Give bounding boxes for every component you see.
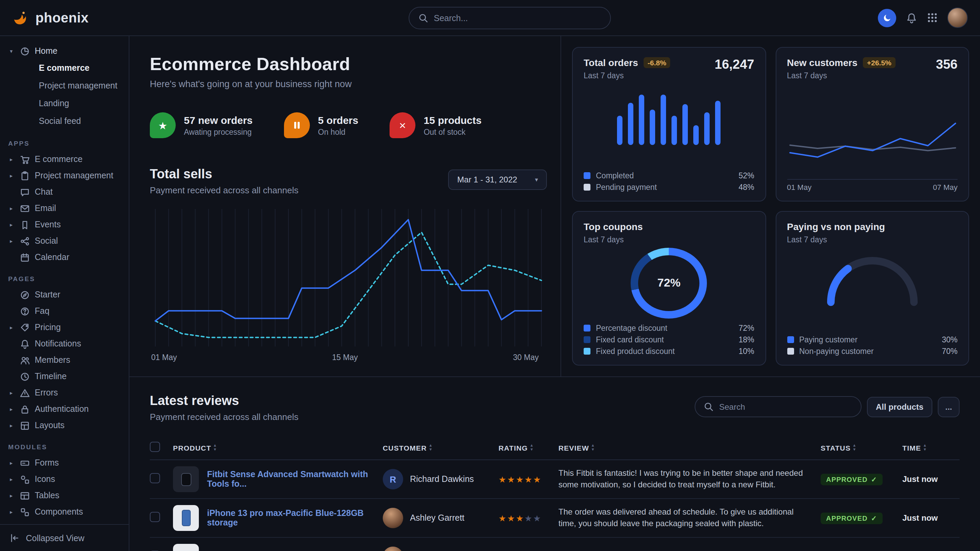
sidebar-item-label: Events	[35, 220, 60, 229]
sidebar-item-ecommerce[interactable]: E commerce	[0, 59, 129, 77]
x-tick: 15 May	[332, 353, 358, 361]
row-checkbox[interactable]	[150, 512, 160, 522]
dashboard-left-pane: Ecommerce Dashboard Here's what's going …	[129, 36, 560, 376]
bell-icon[interactable]	[906, 12, 917, 24]
chevron-down-icon: ▾	[535, 176, 538, 183]
order-bar	[672, 116, 677, 145]
user-avatar[interactable]	[947, 8, 968, 28]
legend-swatch	[584, 172, 590, 179]
sort-icon: ▴▾	[853, 444, 856, 451]
shapes-icon	[19, 474, 30, 484]
card-title: Total orders	[584, 57, 638, 68]
legend-swatch	[584, 348, 590, 355]
stat-value: 5 orders	[318, 114, 358, 126]
sidebar-item-email[interactable]: ▸ Email	[0, 200, 129, 216]
brand[interactable]: phoenix	[12, 9, 89, 27]
sidebar-item-components[interactable]: ▸ Components	[0, 504, 129, 520]
sidebar-item-timeline[interactable]: Timeline	[0, 368, 129, 384]
sidebar-item-landing[interactable]: Landing	[0, 95, 129, 112]
star-icon: ★	[533, 475, 542, 484]
x-tick: 30 May	[513, 353, 539, 361]
sidebar-item-errors[interactable]: ▸ Errors	[0, 384, 129, 401]
sidebar-item-events[interactable]: ▸ Events	[0, 216, 129, 233]
sidebar-item-faq[interactable]: Faq	[0, 303, 129, 319]
sidebar-item-starter[interactable]: Starter	[0, 287, 129, 303]
star-icon: ★	[516, 514, 524, 523]
moon-icon	[882, 13, 892, 22]
new-customers-card: New customers +26.5% Last 7 days 356 01 …	[775, 47, 969, 202]
column-header-status[interactable]: STATUS▴▾	[821, 443, 902, 452]
date-range-select[interactable]: Mar 1 - 31, 2022 ▾	[449, 170, 547, 190]
collapsed-view-button[interactable]: Collapsed View	[0, 524, 129, 551]
chevron-right-icon: ▸	[8, 460, 14, 466]
pause-icon	[284, 112, 310, 138]
sidebar-item-ecommerce-app[interactable]: ▸ E commerce	[0, 151, 129, 167]
sidebar-item-home[interactable]: ▾ Home	[0, 43, 129, 59]
lock-icon	[19, 404, 30, 414]
legend-value: 52%	[738, 171, 754, 180]
sidebar-item-members[interactable]: Members	[0, 352, 129, 368]
sidebar-item-social-feed[interactable]: Social feed	[0, 112, 129, 130]
all-products-button[interactable]: All products	[867, 397, 932, 417]
legend-value: 10%	[738, 347, 754, 355]
order-bar	[683, 104, 688, 145]
sidebar-item-social[interactable]: ▸ Social	[0, 233, 129, 249]
column-header-time[interactable]: TIME▴▾	[902, 443, 959, 452]
sidebar-item-tables[interactable]: ▸ Tables	[0, 487, 129, 504]
components-icon	[19, 507, 30, 517]
product-link[interactable]: iPhone 13 pro max-Pacific Blue-128GB sto…	[207, 508, 383, 527]
status-badge: APPROVED✓	[821, 473, 883, 485]
sidebar-item-chat[interactable]: Chat	[0, 184, 129, 200]
orders-bar-chart	[584, 86, 754, 145]
pie-chart-icon	[19, 46, 30, 56]
select-all-checkbox[interactable]	[150, 442, 160, 452]
search-icon	[418, 13, 428, 23]
review-time: Just now	[902, 513, 959, 523]
sidebar-item-label: Pricing	[35, 322, 60, 332]
legend-item: Non-paying customer 70%	[787, 347, 958, 355]
sidebar-item-authentication[interactable]: ▸ Authentication	[0, 401, 129, 417]
tag-icon	[19, 322, 30, 332]
legend-swatch	[787, 348, 794, 355]
legend-label: Completed	[596, 171, 634, 180]
column-header-customer[interactable]: CUSTOMER▴▾	[383, 443, 498, 452]
sidebar-item-project-management-app[interactable]: ▸ Project management	[0, 167, 129, 184]
total-sells-title: Total sells	[150, 167, 298, 182]
table-row: Fitbit Sense Advanced Smartwatch with To…	[150, 460, 959, 499]
customer-name: Richard Dawkins	[410, 475, 474, 484]
legend-swatch	[584, 336, 590, 343]
customer-name: Ashley Garrett	[410, 513, 465, 523]
column-header-rating[interactable]: RATING▴▾	[498, 443, 558, 452]
review-text: This Fitbit is fantastic! I was trying t…	[558, 467, 821, 491]
sidebar-item-label: Tables	[35, 491, 59, 500]
sidebar-item-icons[interactable]: ▸ Icons	[0, 471, 129, 487]
sidebar-item-project-management[interactable]: Project management	[0, 77, 129, 95]
sidebar-item-label: Email	[35, 203, 56, 213]
donut-center-label: 72%	[631, 248, 707, 319]
search-input[interactable]	[434, 13, 601, 23]
more-options-button[interactable]: ...	[938, 397, 959, 417]
sidebar-item-forms[interactable]: ▸ Forms	[0, 455, 129, 471]
theme-toggle-button[interactable]	[878, 8, 896, 27]
legend-label: Paying customer	[799, 335, 858, 344]
column-header-review[interactable]: REVIEW▴▾	[558, 443, 821, 452]
sidebar-item-label: Icons	[35, 475, 55, 484]
legend-value: 70%	[942, 347, 958, 355]
reviews-search-input[interactable]	[719, 402, 853, 411]
order-bar	[716, 100, 721, 145]
order-bar	[694, 125, 699, 145]
sidebar-item-calendar[interactable]: Calendar	[0, 249, 129, 265]
star-icon: ★	[498, 514, 507, 523]
apps-grid-icon[interactable]	[927, 12, 938, 23]
sidebar-item-label: Members	[35, 355, 70, 365]
column-header-product[interactable]: PRODUCT▴▾	[173, 443, 383, 452]
legend-label: Non-paying customer	[799, 347, 874, 355]
star-icon: ★	[524, 475, 533, 484]
sidebar-item-layouts[interactable]: ▸ Layouts	[0, 417, 129, 433]
paying-vs-nonpaying-card: Paying vs non paying Last 7 days Paying …	[775, 211, 969, 365]
collapsed-view-label: Collapsed View	[26, 533, 84, 543]
sidebar-item-pricing[interactable]: ▸ Pricing	[0, 319, 129, 335]
row-checkbox[interactable]	[150, 473, 160, 483]
sidebar-item-notifications[interactable]: Notifications	[0, 335, 129, 352]
product-link[interactable]: Fitbit Sense Advanced Smartwatch with To…	[207, 470, 383, 489]
